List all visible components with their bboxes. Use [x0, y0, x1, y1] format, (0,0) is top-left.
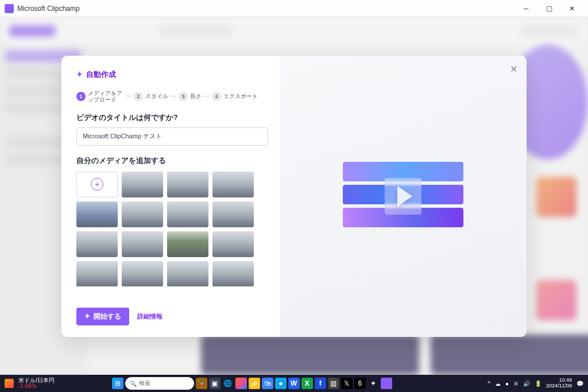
- media-thumbnail[interactable]: [122, 201, 163, 227]
- title-question: ビデオのタイトルは何ですか?: [76, 113, 268, 123]
- app-icon: [5, 4, 14, 13]
- media-thumbnail[interactable]: [212, 231, 254, 257]
- taskbar-facebook-icon[interactable]: f: [315, 378, 326, 389]
- minimize-button[interactable]: ─: [514, 0, 537, 17]
- taskbar-chrome-icon[interactable]: 🌐: [222, 378, 234, 389]
- window-titlebar: Microsoft Clipchamp ─ ▢ ✕: [0, 0, 588, 17]
- taskbar-app-icon[interactable]: ▨: [328, 378, 339, 389]
- media-thumbnail[interactable]: [167, 261, 208, 286]
- modal-backdrop: ✕ ✦ 自動作成 1 メディアをアップロード 2 スタイル 3: [0, 17, 588, 375]
- taskbar-word-icon[interactable]: W: [288, 378, 300, 389]
- media-thumbnail[interactable]: [212, 261, 254, 286]
- taskbar-x-icon[interactable]: 𝕏: [341, 378, 353, 389]
- taskbar-app-icon[interactable]: 🦆: [196, 378, 207, 389]
- taskbar-excel-icon[interactable]: X: [301, 378, 313, 389]
- step-style[interactable]: 2 スタイル: [134, 92, 168, 101]
- start-button[interactable]: ✦ 開始する: [76, 308, 129, 325]
- taskbar-clipchamp-icon[interactable]: [381, 378, 392, 389]
- details-link[interactable]: 詳細情報: [137, 312, 163, 321]
- media-thumbnail[interactable]: [167, 172, 208, 197]
- step-length[interactable]: 3 長さ: [179, 92, 202, 101]
- play-icon: [385, 178, 421, 215]
- currency-widget[interactable]: 米ドル/日本円 -1.66%: [18, 378, 55, 389]
- tray-cloud-icon[interactable]: ☁: [495, 381, 501, 387]
- taskbar-copilot-icon[interactable]: [235, 378, 247, 389]
- start-button-label: 開始する: [94, 312, 121, 321]
- add-media-label: 自分のメディアを追加する: [76, 156, 268, 166]
- sparkle-icon: ✦: [84, 312, 90, 320]
- taskbar-app-icon[interactable]: ●: [275, 378, 287, 389]
- close-window-button[interactable]: ✕: [560, 0, 583, 17]
- auto-create-modal: ✕ ✦ 自動作成 1 メディアをアップロード 2 スタイル 3: [61, 56, 527, 337]
- media-thumbnail[interactable]: [212, 172, 254, 197]
- taskbar-app-icon[interactable]: 6: [354, 378, 366, 389]
- tray-onedrive-icon[interactable]: ●: [505, 381, 509, 387]
- tray-wifi-icon[interactable]: ⚞: [513, 381, 519, 387]
- step-export[interactable]: 4 エクスポート: [212, 92, 258, 101]
- media-thumbnail[interactable]: [76, 201, 118, 227]
- media-thumbnail[interactable]: [167, 201, 208, 227]
- maximize-button[interactable]: ▢: [537, 0, 560, 17]
- search-icon: 🔍: [130, 381, 137, 387]
- notification-icon[interactable]: 💬: [577, 381, 583, 387]
- media-thumbnail[interactable]: [212, 201, 254, 227]
- taskbar-photos-icon[interactable]: ✦: [368, 378, 379, 389]
- taskbar-search[interactable]: 🔍 検索: [125, 377, 194, 390]
- media-thumbnail[interactable]: [122, 172, 163, 197]
- taskbar-app-icon[interactable]: ▣: [209, 378, 220, 389]
- tray-volume-icon[interactable]: 🔊: [523, 381, 530, 387]
- plus-icon: +: [91, 178, 103, 191]
- media-thumbnail[interactable]: [167, 231, 208, 257]
- window-title: Microsoft Clipchamp: [17, 5, 514, 13]
- video-title-input[interactable]: [76, 127, 268, 146]
- tray-battery-icon[interactable]: 🔋: [535, 381, 541, 387]
- windows-taskbar: 米ドル/日本円 -1.66% ⊞ 🔍 検索 🦆 ▣ 🌐 📁 🛍 ● W X f …: [0, 375, 588, 392]
- auto-create-header: ✦ 自動作成: [76, 69, 268, 80]
- modal-preview-panel: [280, 56, 527, 337]
- media-grid[interactable]: +: [76, 172, 268, 286]
- tray-chevron-icon[interactable]: ^: [488, 381, 490, 387]
- media-thumbnail[interactable]: [76, 231, 118, 257]
- wizard-steps: 1 メディアをアップロード 2 スタイル 3 長さ 4 エクスポート: [76, 90, 268, 103]
- taskbar-store-icon[interactable]: 🛍: [262, 378, 273, 389]
- taskbar-explorer-icon[interactable]: 📁: [249, 378, 260, 389]
- widget-icon[interactable]: [5, 379, 14, 388]
- add-media-button[interactable]: +: [76, 172, 118, 197]
- sparkle-icon: ✦: [76, 70, 83, 79]
- taskbar-clock[interactable]: 10:49 2024/11/09: [546, 378, 572, 389]
- media-thumbnail[interactable]: [76, 261, 118, 286]
- media-thumbnail[interactable]: [122, 231, 163, 257]
- step-upload[interactable]: 1 メディアをアップロード: [76, 90, 123, 103]
- preview-artwork: [343, 162, 463, 231]
- media-thumbnail[interactable]: [122, 261, 163, 286]
- close-icon[interactable]: ✕: [510, 64, 517, 75]
- auto-create-label: 自動作成: [86, 69, 116, 80]
- start-button[interactable]: ⊞: [112, 378, 123, 389]
- modal-left-panel: ✦ 自動作成 1 メディアをアップロード 2 スタイル 3 長さ: [61, 56, 280, 337]
